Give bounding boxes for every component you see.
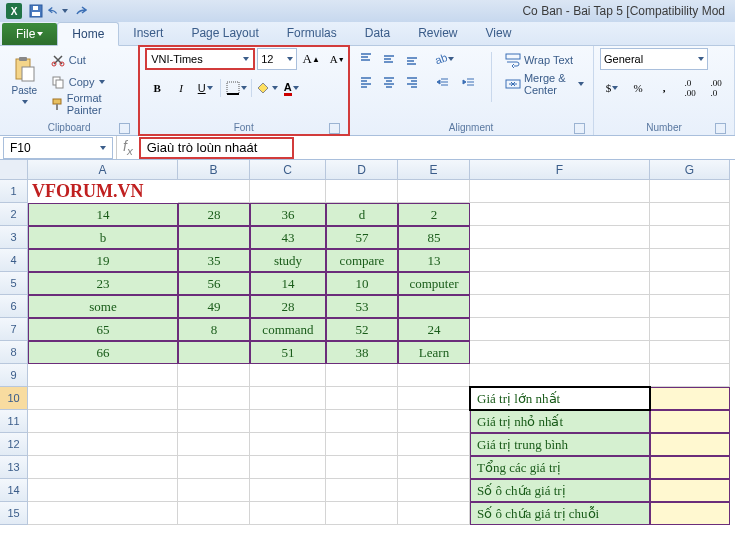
cell[interactable] [250, 180, 326, 203]
italic-button[interactable]: I [169, 77, 193, 99]
cell[interactable]: 56 [178, 272, 250, 295]
cell[interactable] [326, 387, 398, 410]
increase-indent-button[interactable] [457, 72, 481, 94]
save-icon[interactable] [26, 2, 46, 20]
cell[interactable]: 19 [28, 249, 178, 272]
border-button[interactable] [224, 77, 248, 99]
cell-active[interactable]: Giá trị lớn nhất [470, 387, 650, 410]
cell[interactable] [398, 180, 470, 203]
row-header[interactable]: 11 [0, 410, 28, 433]
cell[interactable] [28, 387, 178, 410]
cell[interactable] [28, 364, 178, 387]
cell[interactable] [470, 180, 650, 203]
cell[interactable] [326, 502, 398, 525]
cell[interactable] [470, 364, 650, 387]
cell[interactable] [250, 364, 326, 387]
col-header[interactable]: F [470, 160, 650, 180]
cell[interactable] [326, 456, 398, 479]
row-header[interactable]: 2 [0, 203, 28, 226]
undo-icon[interactable] [48, 2, 68, 20]
cell[interactable] [650, 272, 730, 295]
fx-icon[interactable]: fx [123, 138, 133, 157]
formula-input[interactable]: Giaù trò loùn nhaát [139, 137, 294, 159]
cell[interactable] [398, 364, 470, 387]
row-header[interactable]: 7 [0, 318, 28, 341]
cell[interactable] [650, 203, 730, 226]
cell[interactable] [178, 341, 250, 364]
select-all-corner[interactable] [0, 160, 28, 180]
fill-color-button[interactable] [255, 77, 279, 99]
tab-file[interactable]: File [2, 23, 57, 45]
cell[interactable]: 24 [398, 318, 470, 341]
wrap-text-button[interactable]: Wrap Text [502, 50, 587, 70]
cell[interactable] [398, 502, 470, 525]
cell[interactable]: 52 [326, 318, 398, 341]
row-header[interactable]: 15 [0, 502, 28, 525]
number-format-select[interactable]: General [600, 48, 708, 70]
cell[interactable] [650, 502, 730, 525]
orientation-button[interactable]: ab [431, 48, 455, 70]
row-header[interactable]: 9 [0, 364, 28, 387]
col-header[interactable]: E [398, 160, 470, 180]
align-bottom-button[interactable] [401, 48, 423, 70]
cell[interactable] [28, 433, 178, 456]
tab-data[interactable]: Data [351, 21, 404, 45]
cell[interactable]: Learn [398, 341, 470, 364]
tab-home[interactable]: Home [57, 22, 119, 46]
cell[interactable]: 36 [250, 203, 326, 226]
cell[interactable] [250, 502, 326, 525]
cell[interactable] [470, 203, 650, 226]
cell[interactable]: 49 [178, 295, 250, 318]
cell[interactable] [650, 433, 730, 456]
cell[interactable]: 66 [28, 341, 178, 364]
cell[interactable]: VFORUM.VN [28, 180, 178, 203]
tab-view[interactable]: View [472, 21, 526, 45]
cell[interactable]: 2 [398, 203, 470, 226]
cell[interactable] [178, 410, 250, 433]
cell[interactable] [250, 456, 326, 479]
row-header[interactable]: 12 [0, 433, 28, 456]
cell[interactable] [650, 456, 730, 479]
cell[interactable]: 23 [28, 272, 178, 295]
cell[interactable] [178, 226, 250, 249]
row-header[interactable]: 10 [0, 387, 28, 410]
cell[interactable] [650, 341, 730, 364]
cell[interactable]: d [326, 203, 398, 226]
font-color-button[interactable]: A [279, 77, 303, 99]
cell[interactable] [326, 364, 398, 387]
underline-button[interactable]: U [193, 77, 217, 99]
cell[interactable]: 13 [398, 249, 470, 272]
cell[interactable] [470, 295, 650, 318]
cell[interactable]: 38 [326, 341, 398, 364]
cell[interactable] [650, 226, 730, 249]
col-header[interactable]: C [250, 160, 326, 180]
cell[interactable]: 28 [178, 203, 250, 226]
cell[interactable] [650, 180, 730, 203]
bold-button[interactable]: B [145, 77, 169, 99]
decrease-indent-button[interactable] [431, 72, 455, 94]
cell[interactable] [178, 364, 250, 387]
row-header[interactable]: 13 [0, 456, 28, 479]
tab-formulas[interactable]: Formulas [273, 21, 351, 45]
cell[interactable] [28, 502, 178, 525]
name-box[interactable]: F10 [3, 137, 113, 159]
cell[interactable] [398, 295, 470, 318]
row-header[interactable]: 5 [0, 272, 28, 295]
cell[interactable]: some [28, 295, 178, 318]
percent-button[interactable]: % [626, 77, 650, 99]
cell[interactable] [650, 295, 730, 318]
cell[interactable] [398, 456, 470, 479]
cell[interactable] [650, 387, 730, 410]
grow-font-button[interactable]: A▲ [299, 48, 323, 70]
cell[interactable] [178, 456, 250, 479]
align-center-button[interactable] [378, 71, 400, 93]
cell[interactable] [326, 180, 398, 203]
redo-icon[interactable] [70, 2, 90, 20]
excel-icon[interactable]: X [4, 2, 24, 20]
cell[interactable] [178, 433, 250, 456]
cell[interactable] [250, 479, 326, 502]
cell[interactable]: Giá trị nhỏ nhất [470, 410, 650, 433]
merge-center-button[interactable]: Merge & Center [502, 74, 587, 94]
copy-button[interactable]: Copy [47, 72, 132, 92]
cell[interactable]: Số ô chứa giá trị chuỗi [470, 502, 650, 525]
